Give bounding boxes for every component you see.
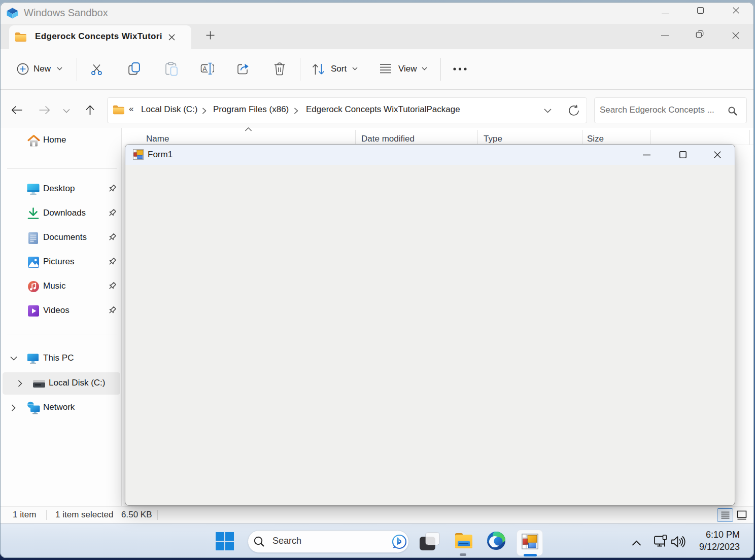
svg-text:A: A: [203, 65, 207, 73]
